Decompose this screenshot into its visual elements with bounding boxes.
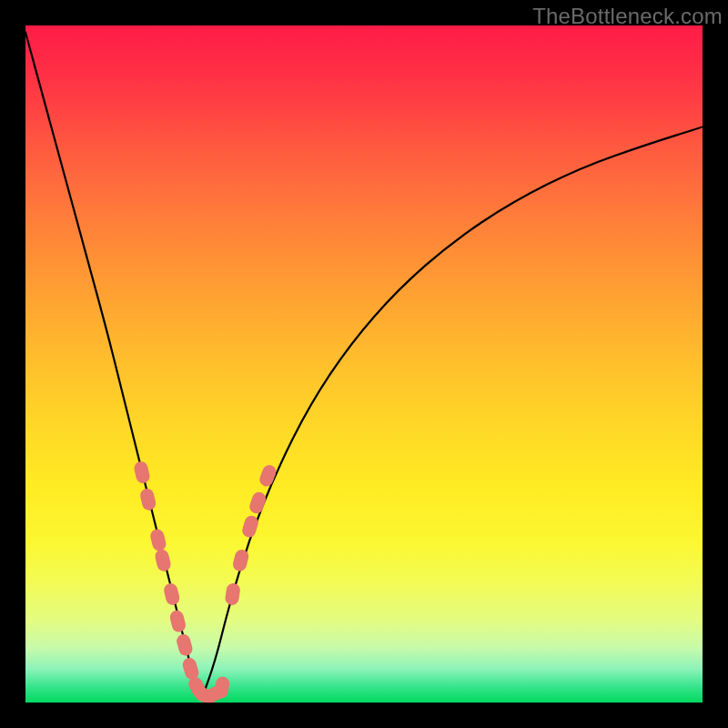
- marker-capsule: [154, 548, 172, 572]
- watermark-label: TheBottleneck.com: [532, 4, 723, 29]
- marker-group: [133, 460, 278, 703]
- marker-capsule: [231, 548, 250, 572]
- plot-area: [25, 25, 703, 703]
- marker-capsule: [224, 582, 240, 606]
- bottleneck-curve: [25, 32, 703, 699]
- marker-capsule: [175, 632, 194, 657]
- marker-capsule: [139, 487, 157, 511]
- chart-svg: [25, 25, 703, 703]
- marker-capsule: [149, 528, 167, 552]
- marker-capsule: [248, 490, 268, 516]
- outer-frame: TheBottleneck.com: [0, 0, 728, 728]
- marker-capsule: [133, 460, 151, 485]
- marker-capsule: [258, 463, 278, 489]
- marker-capsule: [181, 656, 200, 681]
- marker-capsule: [163, 582, 181, 607]
- curve-right-branch: [201, 127, 703, 700]
- marker-capsule: [168, 609, 187, 633]
